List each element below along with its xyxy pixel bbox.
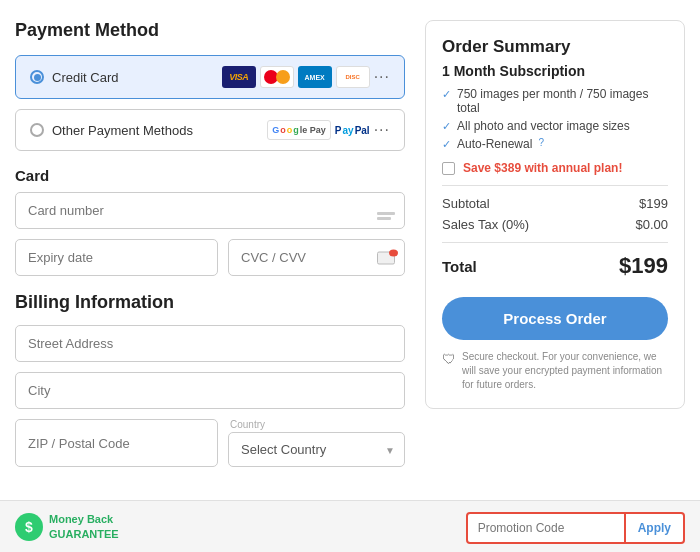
visa-icon: VISA xyxy=(222,66,256,88)
annual-plan-text: Save $389 with annual plan! xyxy=(463,161,622,175)
order-summary-box: Order Summary 1 Month Subscription ✓ 750… xyxy=(425,20,685,409)
payment-method-title: Payment Method xyxy=(15,20,405,41)
street-input[interactable] xyxy=(15,325,405,362)
more-cards-icon: ··· xyxy=(374,68,390,86)
checkmark-icon-3: ✓ xyxy=(442,138,451,151)
expiry-cvc-row xyxy=(15,239,405,276)
promo-code-input[interactable] xyxy=(466,512,626,544)
other-payment-icons: Google Pay PayPal ··· xyxy=(267,120,390,140)
discover-icon: DISC xyxy=(336,66,370,88)
credit-card-radio[interactable] xyxy=(30,70,44,84)
billing-section: Billing Information Country Select Count… xyxy=(15,292,405,467)
annual-plan-checkbox[interactable] xyxy=(442,162,455,175)
country-select[interactable]: Select Country United States United King… xyxy=(228,432,405,467)
mastercard-icon xyxy=(260,66,294,88)
country-wrapper: Country Select Country United States Uni… xyxy=(228,419,405,467)
card-icons: VISA AMEX DISC ··· xyxy=(222,66,390,88)
promo-section: Apply xyxy=(466,512,685,544)
tax-label: Sales Tax (0%) xyxy=(442,217,529,232)
checkmark-icon-2: ✓ xyxy=(442,120,451,133)
expiry-input[interactable] xyxy=(15,239,218,276)
zip-country-row: Country Select Country United States Uni… xyxy=(15,419,405,467)
subtotal-label: Subtotal xyxy=(442,196,490,211)
cvc-wrapper xyxy=(228,239,405,276)
money-back-icon: $ xyxy=(15,513,43,541)
apply-promo-button[interactable]: Apply xyxy=(626,512,685,544)
tax-row: Sales Tax (0%) $0.00 xyxy=(442,217,668,232)
process-order-button[interactable]: Process Order xyxy=(442,297,668,340)
auto-renewal-info-icon[interactable]: ? xyxy=(538,137,544,148)
card-number-icon xyxy=(377,212,395,220)
card-label: Card xyxy=(15,167,49,184)
feature-item-2: ✓ All photo and vector image sizes xyxy=(442,119,668,133)
city-input[interactable] xyxy=(15,372,405,409)
secure-text: Secure checkout. For your convenience, w… xyxy=(462,350,668,392)
divider-2 xyxy=(442,242,668,243)
cvc-icon xyxy=(377,251,395,264)
feature-text-1: 750 images per month / 750 images total xyxy=(457,87,668,115)
total-value: $199 xyxy=(619,253,668,279)
credit-card-label: Credit Card xyxy=(52,70,118,85)
amex-icon: AMEX xyxy=(298,66,332,88)
country-select-wrapper: Select Country United States United King… xyxy=(228,432,405,467)
country-label: Country xyxy=(228,419,405,430)
subtotal-row: Subtotal $199 xyxy=(442,196,668,211)
feature-item-1: ✓ 750 images per month / 750 images tota… xyxy=(442,87,668,115)
subscription-title: 1 Month Subscription xyxy=(442,63,668,79)
secure-checkout-row: 🛡 Secure checkout. For your convenience,… xyxy=(442,350,668,392)
divider-1 xyxy=(442,185,668,186)
billing-title: Billing Information xyxy=(15,292,405,313)
annual-plan-row: Save $389 with annual plan! xyxy=(442,161,668,175)
total-label: Total xyxy=(442,258,477,275)
zip-input[interactable] xyxy=(15,419,218,467)
other-payment-radio[interactable] xyxy=(30,123,44,137)
card-label-section: Card xyxy=(15,167,405,184)
feature-text-2: All photo and vector image sizes xyxy=(457,119,630,133)
more-payment-icon: ··· xyxy=(374,121,390,139)
order-summary-title: Order Summary xyxy=(442,37,668,57)
credit-card-option[interactable]: Credit Card VISA AMEX DISC ··· xyxy=(15,55,405,99)
shield-icon: 🛡 xyxy=(442,350,456,370)
money-back-text: Money Back GUARANTEE xyxy=(49,512,119,541)
paypal-icon: PayPal xyxy=(335,120,370,140)
other-payment-option[interactable]: Other Payment Methods Google Pay PayPal … xyxy=(15,109,405,151)
checkmark-icon-1: ✓ xyxy=(442,88,451,101)
card-number-row xyxy=(15,192,405,239)
card-number-input[interactable] xyxy=(15,192,405,229)
tax-value: $0.00 xyxy=(635,217,668,232)
other-payment-label: Other Payment Methods xyxy=(52,123,193,138)
gpay-icon: Google Pay xyxy=(267,120,331,140)
money-back-guarantee: $ Money Back GUARANTEE xyxy=(15,512,119,541)
payment-section: Payment Method Credit Card VISA AMEX DIS… xyxy=(15,20,405,467)
subtotal-value: $199 xyxy=(639,196,668,211)
feature-item-3: ✓ Auto-Renewal ? xyxy=(442,137,668,151)
total-row: Total $199 xyxy=(442,253,668,279)
feature-text-3: Auto-Renewal xyxy=(457,137,532,151)
order-summary-panel: Order Summary 1 Month Subscription ✓ 750… xyxy=(425,20,685,467)
